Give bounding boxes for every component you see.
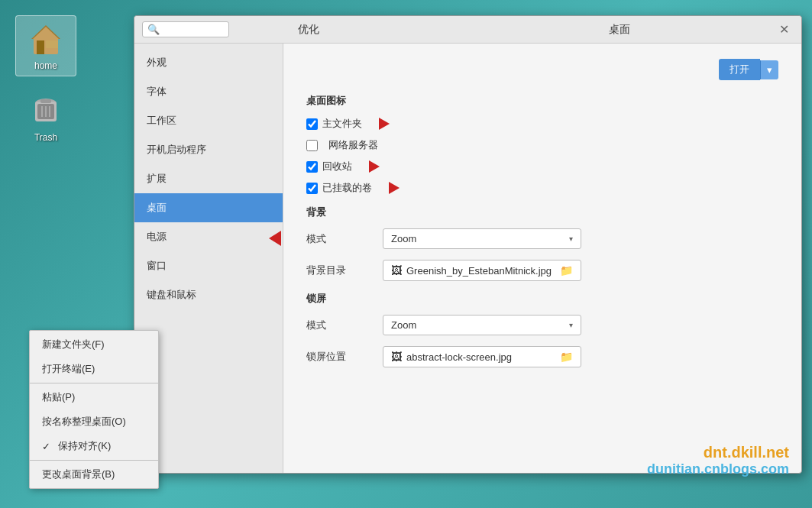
background-section-title: 背景 bbox=[306, 205, 778, 219]
checkbox-mounted-label: 已挂载的卷 bbox=[322, 181, 372, 195]
lock-pos-value: abstract-lock-screen.jpg bbox=[406, 351, 512, 363]
context-menu-label-new-folder: 新建文件夹(F) bbox=[42, 338, 105, 351]
watermark-line1: dnt.dkill.net bbox=[647, 444, 789, 461]
lock-pos-picker[interactable]: 🖼 abstract-lock-screen.jpg 📁 bbox=[383, 346, 581, 367]
checkbox-row-network: 网络服务器 bbox=[306, 138, 778, 152]
home-icon bbox=[27, 21, 64, 57]
window-close-button[interactable]: ✕ bbox=[775, 21, 794, 38]
context-menu-separator-2 bbox=[30, 460, 158, 461]
lock-pos-file-icon: 🖼 bbox=[391, 351, 402, 363]
bg-mode-value: Zoom bbox=[391, 233, 416, 244]
watermark: dnt.dkill.net dunitian.cnblogs.com bbox=[647, 444, 789, 477]
watermark-line2: dunitian.cnblogs.com bbox=[647, 461, 789, 477]
sidebar-item-power[interactable]: 电源 bbox=[134, 222, 283, 251]
context-menu-item-keep-aligned[interactable]: ✓ 保持对齐(K) bbox=[30, 434, 158, 458]
context-menu-label-change-background: 更改桌面背景(B) bbox=[42, 468, 115, 481]
arrow-mounted bbox=[389, 182, 400, 194]
checkbox-home-folder-label: 主文件夹 bbox=[322, 117, 362, 131]
desktop: home Trash 🔍 优化 桌面 ✕ bbox=[0, 0, 812, 508]
context-menu-label-paste: 粘贴(P) bbox=[42, 390, 75, 404]
home-icon-label: home bbox=[34, 60, 57, 71]
sidebar-item-fonts[interactable]: 字体 bbox=[134, 77, 283, 106]
settings-window: 🔍 优化 桌面 ✕ 外观 字体 工作区 开机启动程序 扩展 桌面 电源 窗口 键… bbox=[134, 15, 802, 474]
desktop-icon-home[interactable]: home bbox=[15, 15, 76, 76]
bg-mode-dropdown[interactable]: Zoom ▾ bbox=[383, 228, 581, 249]
svg-rect-1 bbox=[37, 40, 44, 54]
bg-dir-row: 背景目录 🖼 Greenish_by_EstebanMitnick.jpg 📁 bbox=[306, 260, 778, 281]
bg-mode-control: Zoom ▾ bbox=[383, 228, 778, 249]
sidebar-item-keyboard-mouse[interactable]: 键盘和鼠标 bbox=[134, 280, 283, 309]
lock-mode-arrow: ▾ bbox=[569, 321, 573, 329]
checkbox-mounted-group: 已挂载的卷 bbox=[306, 181, 372, 195]
svg-rect-2 bbox=[46, 40, 58, 48]
sidebar-item-appearance[interactable]: 外观 bbox=[134, 48, 283, 77]
left-panel-title: 优化 bbox=[153, 23, 464, 37]
context-menu-item-arrange[interactable]: 按名称整理桌面(O) bbox=[30, 409, 158, 434]
bg-mode-row: 模式 Zoom ▾ bbox=[306, 228, 778, 249]
lock-mode-dropdown[interactable]: Zoom ▾ bbox=[383, 315, 581, 335]
sidebar-item-desktop[interactable]: 桌面 bbox=[134, 193, 283, 222]
lock-mode-control: Zoom ▾ bbox=[383, 315, 778, 335]
lock-mode-value: Zoom bbox=[391, 319, 416, 331]
context-menu-separator-1 bbox=[30, 383, 158, 383]
bg-dir-file-icon: 🖼 bbox=[391, 264, 402, 277]
sidebar-item-workspace[interactable]: 工作区 bbox=[134, 106, 283, 135]
context-menu: 新建文件夹(F) 打开终端(E) 粘贴(P) 按名称整理桌面(O) ✓ 保持对齐… bbox=[29, 330, 159, 489]
svg-marker-4 bbox=[33, 27, 59, 39]
bg-mode-label: 模式 bbox=[306, 232, 383, 246]
checkbox-network[interactable] bbox=[306, 140, 318, 151]
bg-dir-browse-icon: 📁 bbox=[560, 264, 573, 277]
settings-content: 打开 ▾ 桌面图标 主文件夹 网络服务器 bbox=[283, 44, 801, 473]
sidebar-desktop-arrow bbox=[269, 231, 281, 246]
window-body: 外观 字体 工作区 开机启动程序 扩展 桌面 电源 窗口 键盘和鼠标 打开 ▾ bbox=[134, 44, 801, 473]
context-menu-label-arrange: 按名称整理桌面(O) bbox=[42, 415, 126, 429]
context-menu-checkmark-keep-aligned: ✓ bbox=[42, 441, 50, 452]
svg-rect-11 bbox=[40, 99, 51, 103]
bg-dir-value: Greenish_by_EstebanMitnick.jpg bbox=[406, 265, 552, 277]
context-menu-item-new-folder[interactable]: 新建文件夹(F) bbox=[30, 332, 158, 357]
checkbox-row-recycle: 回收站 bbox=[306, 160, 778, 173]
checkbox-home-folder-group: 主文件夹 bbox=[306, 117, 362, 131]
context-menu-item-change-background[interactable]: 更改桌面背景(B) bbox=[30, 462, 158, 487]
bg-dir-label: 背景目录 bbox=[306, 264, 383, 277]
window-titlebar: 🔍 优化 桌面 ✕ bbox=[134, 16, 801, 44]
bg-mode-arrow: ▾ bbox=[569, 235, 573, 243]
lock-pos-label: 锁屏位置 bbox=[306, 350, 383, 364]
checkbox-home-folder[interactable] bbox=[306, 118, 318, 130]
checkbox-recycle-group: 回收站 bbox=[306, 160, 352, 173]
lock-mode-row: 模式 Zoom ▾ bbox=[306, 315, 778, 335]
checkbox-row-mounted: 已挂载的卷 bbox=[306, 181, 778, 195]
open-button-dropdown[interactable]: ▾ bbox=[760, 60, 778, 79]
trash-icon-label: Trash bbox=[34, 132, 57, 143]
desktop-icons-section-title: 桌面图标 bbox=[306, 94, 778, 108]
checkbox-mounted[interactable] bbox=[306, 183, 318, 194]
right-panel-title: 桌面 bbox=[464, 23, 775, 37]
trash-icon bbox=[27, 92, 64, 129]
open-button-container: 打开 ▾ bbox=[306, 59, 778, 80]
checkbox-recycle[interactable] bbox=[306, 161, 318, 173]
lock-mode-label: 模式 bbox=[306, 319, 383, 332]
lock-pos-row: 锁屏位置 🖼 abstract-lock-screen.jpg 📁 bbox=[306, 346, 778, 367]
checkbox-row-home-folder: 主文件夹 bbox=[306, 117, 778, 131]
bg-dir-control: 🖼 Greenish_by_EstebanMitnick.jpg 📁 bbox=[383, 260, 778, 281]
checkbox-network-label: 网络服务器 bbox=[328, 138, 378, 152]
sidebar-item-window[interactable]: 窗口 bbox=[134, 251, 283, 280]
checkbox-recycle-label: 回收站 bbox=[322, 160, 352, 173]
context-menu-label-open-terminal: 打开终端(E) bbox=[42, 362, 95, 376]
open-button-area: 打开 ▾ bbox=[719, 59, 778, 80]
lock-pos-browse-icon: 📁 bbox=[560, 351, 573, 363]
context-menu-item-paste[interactable]: 粘贴(P) bbox=[30, 385, 158, 409]
lock-section-title: 锁屏 bbox=[306, 292, 778, 306]
arrow-recycle bbox=[369, 160, 380, 173]
lock-pos-control: 🖼 abstract-lock-screen.jpg 📁 bbox=[383, 346, 778, 367]
arrow-home-folder bbox=[379, 118, 390, 130]
sidebar-item-startup[interactable]: 开机启动程序 bbox=[134, 135, 283, 164]
sidebar-item-extensions[interactable]: 扩展 bbox=[134, 164, 283, 193]
context-menu-item-open-terminal[interactable]: 打开终端(E) bbox=[30, 357, 158, 381]
bg-dir-picker[interactable]: 🖼 Greenish_by_EstebanMitnick.jpg 📁 bbox=[383, 260, 581, 281]
context-menu-label-keep-aligned: 保持对齐(K) bbox=[58, 439, 111, 453]
open-button[interactable]: 打开 bbox=[719, 59, 760, 80]
desktop-icon-trash[interactable]: Trash bbox=[15, 88, 76, 147]
